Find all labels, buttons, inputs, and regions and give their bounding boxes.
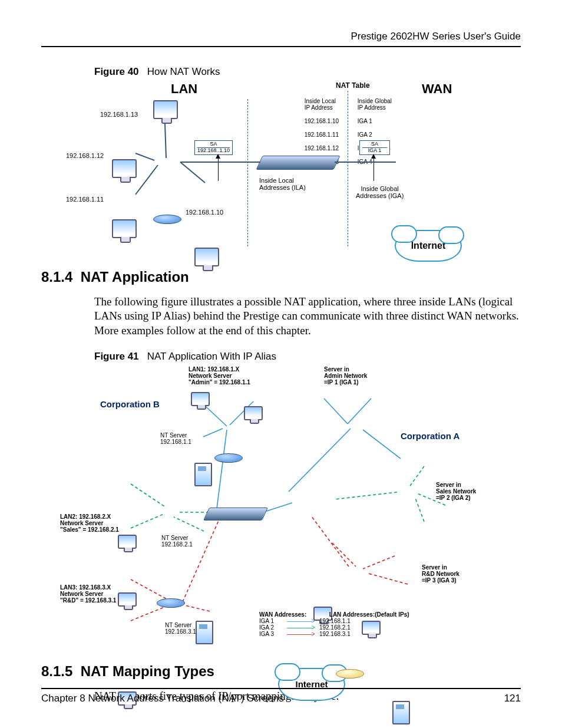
rnd-server-label: Server in R&D Network =IP 3 (IGA 3): [422, 564, 459, 584]
svg-line-28: [363, 556, 395, 569]
svg-line-25: [183, 519, 219, 602]
figure-40-label: Figure 40: [94, 66, 139, 77]
footer-page-number: 121: [504, 693, 521, 704]
host-icon: [194, 248, 219, 266]
corp-b-label: Corporation B: [100, 399, 160, 409]
svg-line-9: [203, 429, 223, 437]
server-icon: [196, 621, 213, 644]
svg-line-16: [131, 513, 165, 528]
nt1-label: NT Server 192.168.1.1: [160, 432, 191, 445]
svg-line-29: [311, 516, 349, 566]
svg-line-12: [289, 429, 351, 492]
figure-40-caption: Figure 40 How NAT Works: [94, 66, 521, 78]
router-icon: [157, 598, 185, 608]
pc-icon: [118, 535, 137, 549]
router-icon: [214, 453, 243, 463]
figure-41-caption: Figure 41 NAT Application With IP Alias: [94, 351, 521, 363]
router-icon: [336, 669, 364, 678]
svg-line-8: [217, 430, 227, 509]
svg-line-11: [348, 398, 371, 424]
svg-line-2: [135, 165, 158, 195]
footer-chapter: Chapter 8 Network Address Translation (N…: [41, 693, 284, 704]
internet-cloud-icon: Internet: [395, 230, 462, 262]
prestige-device-icon: [203, 508, 268, 521]
pc-icon: [118, 592, 137, 607]
heading-814: 8.1.4 NAT Application: [41, 269, 521, 285]
svg-line-3: [180, 162, 205, 183]
svg-line-27: [332, 543, 356, 566]
lan3-label: LAN3: 192.168.3.X Network Server "R&D" =…: [60, 584, 116, 604]
corp-a-label: Corporation A: [401, 431, 459, 441]
svg-line-10: [324, 398, 348, 424]
svg-line-26: [185, 605, 210, 611]
fig40-links: [94, 81, 471, 235]
page-footer: Chapter 8 Network Address Translation (N…: [41, 688, 521, 704]
pc-icon: [244, 406, 263, 420]
figure-41-title: NAT Application With IP Alias: [147, 351, 276, 362]
pc-icon: [191, 392, 210, 406]
svg-line-13: [363, 430, 401, 459]
lan2-label: LAN2: 192.168.2.X Network Server "Sales"…: [60, 513, 119, 533]
figure-40-title: How NAT Works: [147, 66, 220, 77]
page-header: Prestige 2602HW Series User's Guide: [41, 31, 521, 47]
svg-line-19: [409, 466, 424, 487]
server-icon: [194, 463, 212, 486]
svg-line-21: [335, 492, 397, 499]
page: Prestige 2602HW Series User's Guide Figu…: [0, 0, 562, 728]
wan-lan-map: WAN Addresses: LAN Addresses:(Default IP…: [259, 611, 409, 637]
svg-line-1: [135, 153, 154, 160]
admin-server-label: Server in Admin Network =IP 1 (IGA 1): [324, 366, 367, 386]
lan1-label: LAN1: 192.168.1.X Network Server "Admin"…: [189, 366, 250, 386]
svg-line-22: [415, 498, 424, 522]
figure-40: LAN WAN NAT Table Inside Local IP Addres…: [94, 81, 471, 252]
nt3-label: NT Server 192.168.3.1: [165, 622, 196, 635]
paragraph-814: The following figure illustrates a possi…: [94, 295, 521, 338]
svg-line-30: [369, 574, 408, 584]
svg-line-0: [165, 124, 166, 158]
svg-line-24: [131, 605, 168, 621]
figure-41-label: Figure 41: [94, 351, 139, 362]
nt2-label: NT Server 192.168.2.1: [161, 535, 193, 548]
svg-line-18: [174, 517, 204, 531]
sales-server-label: Server in Sales Network =IP 2 (IGA 2): [436, 482, 476, 501]
svg-line-15: [131, 484, 166, 508]
figure-41: Corporation B Corporation A LAN1: 192.16…: [94, 366, 471, 647]
